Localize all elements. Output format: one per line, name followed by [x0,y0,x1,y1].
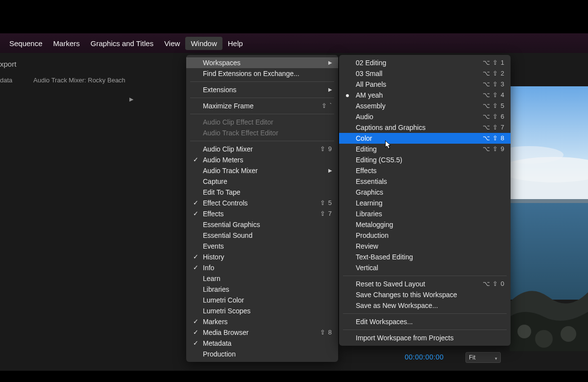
menu-item-label: AM yeah [356,91,383,99]
menu-shortcut: ⌥ ⇧ 1 [483,57,505,68]
window-menu-item-markers[interactable]: ✓Markers [186,316,338,327]
window-menu-item-effect-controls[interactable]: ✓Effect Controls⇧ 5 [186,198,338,208]
menu-shortcut: ⌥ ⇧ 3 [483,79,505,90]
workspace-item-editing-cs5-5[interactable]: Editing (CS5.5) [339,154,511,165]
workspace-item-editing[interactable]: Editing⌥ ⇧ 9 [339,144,511,154]
workspace-item-audio[interactable]: Audio⌥ ⇧ 6 [339,111,511,122]
window-menu-item-workspaces[interactable]: Workspaces▶ [186,57,338,68]
svg-rect-4 [510,199,588,203]
submenu-arrow-icon: ▶ [328,165,332,176]
menubar-item-help[interactable]: Help [222,37,248,50]
menu-item-label: Production [356,231,389,239]
workspace-item-02-editing[interactable]: 02 Editing⌥ ⇧ 1 [339,57,511,68]
window-menu-item-extensions[interactable]: Extensions▶ [186,84,338,95]
workspace-item-save-as-new-workspace[interactable]: Save as New Workspace... [339,300,511,311]
menu-shortcut: ⌥ ⇧ 2 [483,68,505,79]
workspace-item-save-changes-to-this-workspace[interactable]: Save Changes to this Workspace [339,289,511,300]
workspace-item-03-small[interactable]: 03 Small⌥ ⇧ 2 [339,68,511,79]
workspaces-submenu: 02 Editing⌥ ⇧ 103 Small⌥ ⇧ 2All Panels⌥ … [339,55,511,346]
workspace-item-essentials[interactable]: Essentials [339,176,511,187]
window-menu-item-lumetri-scopes[interactable]: Lumetri Scopes [186,306,338,316]
menubar-item-markers[interactable]: Markers [48,37,85,50]
zoom-fit-label: Fit [469,354,475,361]
menu-shortcut: ⇧ 9 [320,144,332,154]
zoom-fit-select[interactable]: Fit ▾ [466,352,501,363]
menu-item-label: Captions and Graphics [356,124,425,131]
workspace-item-learning[interactable]: Learning [339,198,511,208]
workspace-item-color[interactable]: Color⌥ ⇧ 8 [339,133,511,144]
menu-item-label: Editing [356,145,377,153]
menu-item-label: Libraries [356,210,382,218]
workspace-item-vertical[interactable]: Vertical [339,262,511,273]
window-menu-item-lumetri-color[interactable]: Lumetri Color [186,295,338,306]
window-menu-item-maximize-frame[interactable]: Maximize Frame⇧ ` [186,101,338,111]
check-icon: ✓ [192,208,199,219]
workspace-tab-export[interactable]: xport [0,60,16,68]
menu-item-label: Effects [356,167,377,175]
window-menu-item-audio-clip-mixer[interactable]: Audio Clip Mixer⇧ 9 [186,144,338,154]
workspace-item-captions-and-graphics[interactable]: Captions and Graphics⌥ ⇧ 7 [339,122,511,133]
window-menu-item-history[interactable]: ✓History [186,252,338,262]
check-icon: ✓ [192,262,199,273]
menu-item-label: Save as New Workspace... [356,302,438,309]
menu-shortcut: ⌥ ⇧ 7 [483,122,505,133]
menu-item-label: Assembly [356,102,386,110]
menu-separator [190,98,334,98]
window-menu-item-find-extensions-on-exchange[interactable]: Find Extensions on Exchange... [186,68,338,79]
window-menu-item-metadata[interactable]: ✓Metadata [186,338,338,349]
window-menu-item-essential-graphics[interactable]: Essential Graphics [186,219,338,230]
workspace-item-all-panels[interactable]: All Panels⌥ ⇧ 3 [339,79,511,90]
workspace-item-import-workspace-from-projects[interactable]: Import Workspace from Projects [339,332,511,343]
workspace-item-reset-to-saved-layout[interactable]: Reset to Saved Layout⌥ ⇧ 0 [339,279,511,289]
window-menu-item-media-browser[interactable]: ✓Media Browser⇧ 8 [186,327,338,338]
menu-item-label: Essential Sound [203,231,252,239]
menubar-item-view[interactable]: View [159,37,185,50]
menu-item-label: Color [356,134,372,142]
menu-item-label: Reset to Saved Layout [356,280,425,288]
menu-item-label: Metalogging [356,221,393,229]
menubar-item-sequence[interactable]: Sequence [4,37,48,50]
workspace-item-edit-workspaces[interactable]: Edit Workspaces... [339,316,511,327]
window-menu-item-edit-to-tape[interactable]: Edit To Tape [186,187,338,198]
window-menu-item-audio-meters[interactable]: ✓Audio Meters [186,154,338,165]
menu-item-label: Essential Graphics [203,221,260,229]
program-monitor-preview [510,86,588,351]
svg-point-6 [535,330,553,348]
workspace-item-effects[interactable]: Effects [339,165,511,176]
menu-item-label: Audio [356,113,373,121]
window-menu-item-events[interactable]: Events [186,241,338,252]
workspace-item-assembly[interactable]: Assembly⌥ ⇧ 5 [339,101,511,111]
workspace-item-production[interactable]: Production [339,230,511,241]
workspace-item-text-based-editing[interactable]: Text-Based Editing [339,252,511,262]
menu-item-label: Capture [203,178,227,185]
workspace-item-libraries[interactable]: Libraries [339,208,511,219]
panel-tab-audio-track-mixer[interactable]: Audio Track Mixer: Rocky Beach [33,76,125,84]
menu-item-label: Media Browser [203,329,248,336]
menu-item-label: Production [203,350,236,358]
window-menu-item-info[interactable]: ✓Info [186,262,338,273]
window-menu-item-production[interactable]: Production [186,349,338,359]
workspace-item-am-yeah[interactable]: AM yeah⌥ ⇧ 4 [339,90,511,101]
menubar-item-graphics-and-titles[interactable]: Graphics and Titles [85,37,159,50]
menu-separator [343,276,507,276]
window-menu-item-libraries[interactable]: Libraries [186,284,338,295]
window-menu-item-essential-sound[interactable]: Essential Sound [186,230,338,241]
menu-item-label: Info [203,264,214,272]
timecode-display[interactable]: 00:00:00:00 [405,353,443,361]
menubar-item-window[interactable]: Window [185,37,222,50]
menu-separator [190,81,334,82]
workspace-item-graphics[interactable]: Graphics [339,187,511,198]
window-menu-item-audio-track-mixer[interactable]: Audio Track Mixer▶ [186,165,338,176]
menu-item-label: Save Changes to this Workspace [356,291,457,299]
window-menu-item-effects[interactable]: ✓Effects⇧ 7 [186,208,338,219]
workspace-item-review[interactable]: Review [339,241,511,252]
window-menu-item-capture[interactable]: Capture [186,176,338,187]
menu-item-label: Maximize Frame [203,102,253,110]
panel-tab-metadata[interactable]: data [0,76,12,84]
menu-item-label: Metadata [203,339,231,347]
panel-flyout-icon[interactable]: ▶ [129,96,133,102]
window-menu-item-learn[interactable]: Learn [186,273,338,284]
workspace-item-metalogging[interactable]: Metalogging [339,219,511,230]
menubar: Sequence Markers Graphics and Titles Vie… [0,33,588,53]
menu-shortcut: ⌥ ⇧ 6 [483,111,505,122]
